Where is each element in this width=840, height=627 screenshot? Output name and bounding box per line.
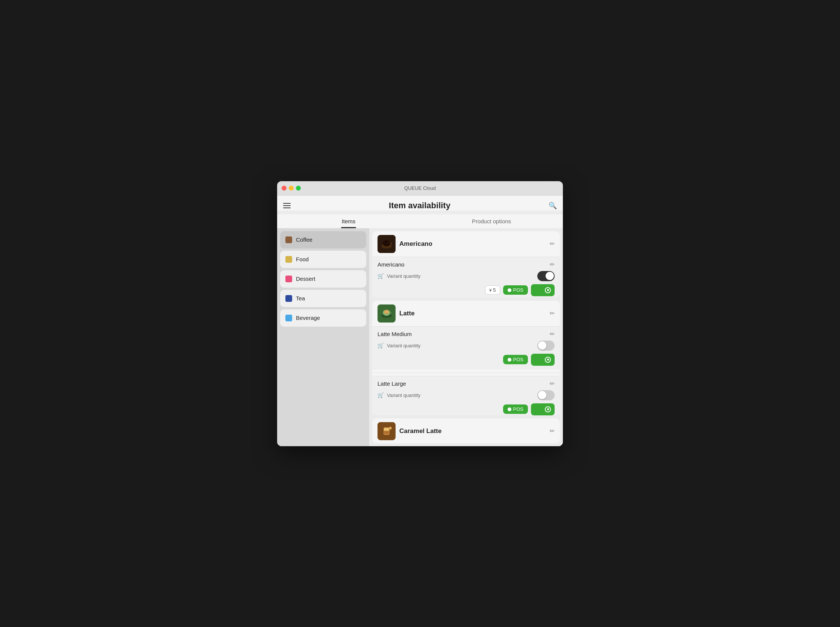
pos-dot (507, 358, 511, 362)
tab-product-options[interactable]: Product options (420, 214, 563, 228)
content-area: Coffee Food Dessert Tea Beverage (277, 228, 563, 446)
svg-rect-11 (384, 428, 389, 431)
toggle-knob (538, 391, 546, 399)
sidebar-item-label: Food (296, 256, 309, 262)
pos-dot (507, 288, 511, 292)
sidebar-item-label: Beverage (296, 315, 320, 321)
maximize-button[interactable] (296, 186, 301, 191)
cart-icon: 🛒 (378, 273, 384, 279)
window-title: QUEUE Cloud (404, 185, 436, 191)
toggle-knob (538, 341, 546, 350)
channel-green-square (535, 356, 543, 364)
latte-medium-channel-badge (531, 354, 555, 366)
pos-label: POS (513, 287, 523, 293)
americano-edit-icon[interactable]: ✏ (550, 240, 555, 247)
latte-medium-toggle[interactable] (537, 340, 555, 351)
latte-large-name-row: Latte Large ✏ (378, 380, 555, 387)
americano-variant-name-row: Americano ✏ (378, 261, 555, 268)
channel-radio-icon (545, 357, 551, 363)
caramel-name: Caramel Latte (399, 427, 546, 435)
pos-label: POS (513, 357, 523, 362)
sidebar-item-dessert[interactable]: Dessert (280, 270, 366, 288)
close-button[interactable] (282, 186, 287, 191)
latte-large-pos-badge: POS (503, 405, 528, 414)
category-sidebar: Coffee Food Dessert Tea Beverage (277, 228, 369, 446)
minimize-button[interactable] (289, 186, 294, 191)
americano-pos-badge: POS (503, 285, 528, 295)
channel-green-square (535, 405, 543, 413)
product-card-latte: Latte ✏ Latte Medium ✏ 🛒 Variant quantit… (372, 301, 560, 415)
americano-variant-qty-row: 🛒 Variant quantity (378, 271, 555, 281)
latte-medium-name: Latte Medium (378, 331, 412, 337)
latte-large-toggle[interactable] (537, 390, 555, 400)
tab-items[interactable]: Items (277, 214, 420, 228)
coffee-color-dot (285, 236, 292, 243)
latte-large-channel-badge (531, 403, 555, 415)
latte-medium-controls-row: POS (378, 354, 555, 366)
americano-variant-toggle[interactable] (537, 271, 555, 281)
latte-large-controls-row: POS (378, 403, 555, 415)
latte-medium-pos-badge: POS (503, 355, 528, 364)
product-card-americano: Americano ✏ Americano ✏ 🛒 Variant quanti… (372, 231, 560, 298)
americano-channel-badge (531, 284, 555, 296)
latte-large-qty-row: 🛒 Variant quantity (378, 390, 555, 400)
americano-variant-name: Americano (378, 261, 405, 268)
americano-qty-value: 5 (493, 287, 496, 293)
variant-divider (372, 372, 560, 373)
latte-medium-qty-row: 🛒 Variant quantity (378, 340, 555, 351)
sidebar-item-tea[interactable]: Tea (280, 290, 366, 307)
americano-controls-row: ¥ 5 POS (378, 284, 555, 296)
cart-icon: 🛒 (378, 342, 384, 348)
page-title: Item availability (389, 201, 451, 211)
americano-variant-edit-icon[interactable]: ✏ (550, 261, 555, 268)
latte-medium-name-row: Latte Medium ✏ (378, 331, 555, 337)
product-header-americano: Americano ✏ (372, 231, 560, 257)
sidebar-item-beverage[interactable]: Beverage (280, 309, 366, 327)
tabs-bar: Items Product options (277, 214, 563, 228)
latte-large-name: Latte Large (378, 380, 406, 387)
product-header-caramel: Caramel Latte ✏ (372, 418, 560, 443)
svg-rect-12 (384, 432, 389, 432)
product-header-latte: Latte ✏ (372, 301, 560, 326)
toggle-knob (545, 272, 554, 280)
caramel-edit-icon[interactable]: ✏ (550, 427, 555, 435)
latte-large-variant: Latte Large ✏ 🛒 Variant quantity POS (372, 376, 560, 415)
products-panel: Americano ✏ Americano ✏ 🛒 Variant quanti… (369, 228, 563, 446)
americano-variant-qty-label: Variant quantity (387, 273, 534, 279)
title-bar: QUEUE Cloud (277, 181, 563, 195)
sidebar-item-label: Dessert (296, 276, 315, 282)
americano-name: Americano (399, 240, 546, 248)
traffic-lights (282, 186, 301, 191)
sidebar-item-coffee[interactable]: Coffee (280, 231, 366, 249)
food-color-dot (285, 256, 292, 263)
latte-name: Latte (399, 310, 546, 317)
svg-point-15 (389, 427, 391, 429)
americano-qty-badge: ¥ 5 (485, 285, 500, 295)
sidebar-item-food[interactable]: Food (280, 251, 366, 268)
svg-point-4 (385, 241, 387, 243)
search-icon[interactable]: 🔍 (548, 202, 557, 210)
latte-large-qty-label: Variant quantity (387, 392, 534, 398)
sidebar-item-label: Coffee (296, 236, 312, 243)
latte-medium-edit-icon[interactable]: ✏ (550, 331, 555, 337)
americano-variant: Americano ✏ 🛒 Variant quantity ¥ 5 (372, 257, 560, 298)
channel-radio-icon (545, 287, 551, 293)
app-window: QUEUE Cloud Item availability 🔍 Items Pr… (277, 181, 563, 446)
pos-label: POS (513, 406, 523, 412)
product-card-caramel-latte: Caramel Latte ✏ (372, 418, 560, 443)
caramel-thumbnail (378, 422, 396, 440)
svg-rect-13 (384, 433, 389, 433)
latte-thumbnail (378, 304, 396, 323)
cart-icon: 🛒 (378, 392, 384, 398)
channel-radio-icon (545, 406, 551, 412)
americano-thumbnail (378, 235, 396, 253)
channel-green-square (535, 286, 543, 294)
beverage-color-dot (285, 315, 292, 321)
menu-button[interactable] (283, 203, 291, 208)
latte-edit-icon[interactable]: ✏ (550, 310, 555, 317)
latte-large-edit-icon[interactable]: ✏ (550, 380, 555, 387)
latte-medium-variant: Latte Medium ✏ 🛒 Variant quantity PO (372, 326, 560, 370)
dessert-color-dot (285, 276, 292, 282)
header: Item availability 🔍 (277, 195, 563, 211)
sidebar-item-label: Tea (296, 295, 305, 301)
